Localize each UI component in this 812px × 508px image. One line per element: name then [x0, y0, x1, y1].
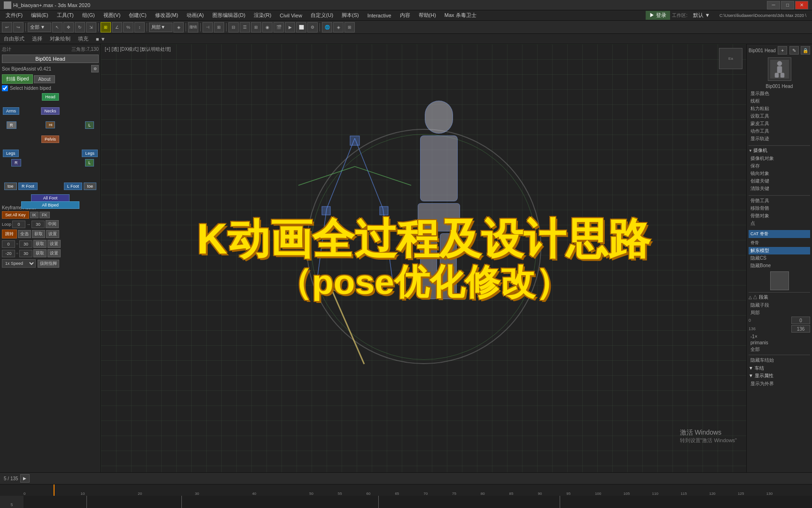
- menu-content[interactable]: 内容: [396, 11, 414, 20]
- mode-freeform[interactable]: 自由形式: [2, 35, 26, 42]
- rp-save[interactable]: 保存: [749, 162, 810, 170]
- move-button[interactable]: ✥: [63, 22, 74, 32]
- select-hidden-checkbox[interactable]: [2, 85, 8, 91]
- rp-local-label[interactable]: 局部: [749, 309, 810, 317]
- range1-start-input[interactable]: [2, 240, 15, 248]
- mode-fill[interactable]: 填充: [76, 35, 90, 42]
- menu-file[interactable]: 文件(F): [2, 11, 26, 20]
- speed-select[interactable]: 1x Speed 2x Speed 0.5x Speed: [2, 259, 36, 268]
- quick-render-button[interactable]: ▶: [285, 22, 295, 32]
- all-foot-button[interactable]: All Foot: [31, 194, 70, 202]
- rp-show-trail[interactable]: 显示轨迹: [749, 135, 810, 143]
- rp-point[interactable]: 点: [749, 220, 810, 227]
- angle-snap-button[interactable]: ∠: [112, 22, 122, 32]
- rp-edit-button[interactable]: ✎: [789, 46, 799, 55]
- mat-editor-button[interactable]: ◉: [262, 22, 273, 32]
- necks-button[interactable]: Necks: [41, 107, 59, 115]
- all-biped-button[interactable]: All Biped: [21, 201, 79, 209]
- rp-bone-tools[interactable]: 骨骼工具: [749, 197, 810, 205]
- align-button[interactable]: ⊞: [214, 22, 224, 32]
- rp-release-model[interactable]: 解东模型: [749, 247, 810, 254]
- rp-add-button[interactable]: +: [778, 46, 787, 55]
- all-select-button[interactable]: 全选: [18, 230, 31, 238]
- toe-left-button[interactable]: toe: [4, 183, 17, 190]
- login-button[interactable]: ▶ 登录: [646, 11, 670, 20]
- range2-set-button[interactable]: 设置: [47, 249, 61, 257]
- hi-button[interactable]: Hi: [46, 121, 55, 128]
- create-select-set-button[interactable]: 撤销: [188, 22, 198, 32]
- get-button[interactable]: 获取: [32, 230, 45, 238]
- rp-camera-match[interactable]: 摄像机对象: [749, 155, 810, 162]
- scale-button[interactable]: ⇲: [86, 22, 96, 32]
- zhongjian-button[interactable]: 中间: [46, 220, 59, 228]
- close-button[interactable]: ✕: [795, 1, 808, 9]
- minimize-button[interactable]: ─: [767, 1, 780, 9]
- ext-btn-2[interactable]: ⊞: [344, 22, 355, 32]
- workspace-select[interactable]: 默认 ▼: [689, 11, 714, 20]
- rp-display-color[interactable]: 显示颜色: [749, 90, 810, 97]
- menu-interactive[interactable]: Interactive: [364, 12, 395, 19]
- track-frames[interactable]: [23, 496, 812, 508]
- scan-biped-button[interactable]: 扫描 Biped: [2, 74, 33, 84]
- loop-end-input[interactable]: [31, 221, 45, 228]
- rp-move-bone[interactable]: 移除骨骼: [749, 205, 810, 212]
- finger-button[interactable]: 扱附指脚: [38, 260, 59, 268]
- rp-create-keyframe[interactable]: 创建关键: [749, 177, 810, 185]
- rp-force-paste[interactable]: 粘力粘贴: [749, 105, 810, 112]
- toe-right-button[interactable]: toe: [84, 183, 96, 190]
- undo-button[interactable]: ↩: [2, 22, 12, 32]
- l-foot-button[interactable]: L Foot: [64, 183, 82, 190]
- rp-hide-label[interactable]: 隐藏子段: [749, 302, 810, 309]
- rp-lock-button[interactable]: 🔒: [801, 46, 810, 55]
- menu-edit[interactable]: 编辑(E): [27, 11, 52, 20]
- l-leg-button[interactable]: L: [85, 159, 94, 167]
- menu-tools[interactable]: 工具(T): [53, 11, 78, 20]
- env-effects-button[interactable]: 🌐: [322, 22, 332, 32]
- maximize-button[interactable]: □: [781, 1, 794, 9]
- rp-hide-subr[interactable]: 隐藏车结始: [749, 357, 810, 364]
- mode-paint[interactable]: 对象绘制: [48, 35, 72, 42]
- render-frame-button[interactable]: ⬜: [296, 22, 306, 32]
- range1-end-input[interactable]: [19, 240, 32, 248]
- rp-all[interactable]: 全部: [749, 346, 810, 353]
- rp-motion-tools2[interactable]: 动作工具: [749, 127, 810, 135]
- spinner-snap-button[interactable]: ↕: [134, 22, 145, 32]
- menu-modifiers[interactable]: 修改器(M): [151, 11, 182, 20]
- rp-cat-label[interactable]: CAT 脊骨: [749, 230, 810, 238]
- range1-set-button[interactable]: 设置: [47, 240, 61, 248]
- display-dots[interactable]: ■ ▼: [94, 36, 108, 42]
- range2-start-input[interactable]: [2, 250, 15, 257]
- rp-lines[interactable]: 线框: [749, 97, 810, 105]
- percent-snap-button[interactable]: %: [123, 22, 133, 32]
- rp-remove-keyframe[interactable]: 清除关键: [749, 185, 810, 192]
- layer-manager-button[interactable]: ⊟: [228, 22, 239, 32]
- menu-animation[interactable]: 动画(A): [183, 11, 208, 20]
- redo-button[interactable]: ↪: [13, 22, 23, 32]
- expand-button[interactable]: ▶: [20, 474, 30, 483]
- menu-customize[interactable]: 自定义(U): [307, 11, 337, 20]
- rp-neg[interactable]: -1×: [749, 333, 810, 340]
- use-pivot-button[interactable]: ◈: [173, 22, 184, 32]
- arms-button[interactable]: Arms: [3, 107, 19, 115]
- snap-button[interactable]: ⊞: [101, 22, 111, 32]
- loop-start-input[interactable]: [12, 221, 25, 228]
- set-all-key-button[interactable]: Set All Key: [2, 211, 29, 219]
- r-arm-button[interactable]: R: [7, 121, 16, 129]
- scene-explorer-button[interactable]: ☰: [240, 22, 250, 32]
- rp-spine-label[interactable]: 脊骨: [749, 239, 810, 247]
- mode-select[interactable]: 选择: [30, 35, 44, 42]
- menu-civil-view[interactable]: Civil View: [276, 12, 305, 19]
- head-button[interactable]: Head: [42, 93, 59, 101]
- fk-button[interactable]: FK: [39, 212, 50, 218]
- r-leg-button[interactable]: R: [11, 159, 21, 167]
- rotate-button[interactable]: ↻: [75, 22, 85, 32]
- menu-create[interactable]: 创建(C): [125, 11, 150, 20]
- settings-button[interactable]: 设置: [46, 230, 59, 238]
- select-button[interactable]: ↖: [52, 22, 62, 32]
- l-arm-button[interactable]: L: [85, 121, 94, 129]
- plugin-settings-button[interactable]: ⚙: [91, 65, 99, 72]
- menu-render[interactable]: 渲染(R): [250, 11, 275, 20]
- pelvis-button[interactable]: Pelvis: [41, 135, 59, 143]
- jump-button[interactable]: 跳转: [2, 230, 17, 238]
- about-button[interactable]: About: [34, 75, 55, 83]
